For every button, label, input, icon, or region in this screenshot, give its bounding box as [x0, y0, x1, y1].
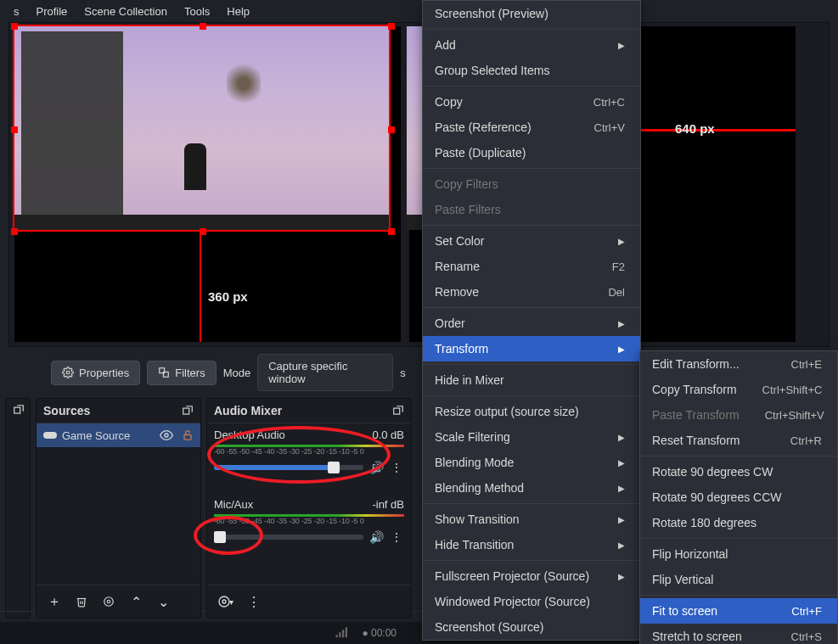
svg-rect-5 — [43, 432, 57, 439]
menu-item[interactable]: Screenshot (Preview) — [423, 1, 640, 26]
menu-item[interactable]: Hide Transition▶ — [423, 532, 640, 557]
menu-item[interactable]: Paste (Reference)Ctrl+V — [423, 115, 640, 140]
menu-item[interactable]: Transform▶ — [423, 336, 640, 361]
menu-item[interactable]: CopyCtrl+C — [423, 89, 640, 115]
menu-item[interactable]: RenameF2 — [423, 254, 640, 279]
advanced-audio-button[interactable]: ▾ — [214, 591, 236, 613]
menu-item-label: Stretch to screen — [652, 630, 742, 643]
filters-button[interactable]: Filters — [147, 361, 216, 385]
menu-item-label: Copy Filters — [435, 177, 498, 191]
menu-item-label: Add — [435, 38, 456, 52]
menu-item[interactable]: Blending Mode▶ — [423, 450, 640, 475]
mode-combo[interactable]: Capture specific window — [257, 354, 393, 391]
dimension-label: 360 px — [208, 289, 248, 304]
game-capture-thumbnail — [14, 26, 391, 230]
add-button[interactable]: ＋ — [43, 591, 65, 613]
menu-item[interactable]: Resize output (source size) — [423, 399, 640, 424]
preview-edit[interactable]: 360 px — [14, 26, 401, 342]
menu-item-label: Screenshot (Source) — [435, 620, 543, 634]
menu-item[interactable]: Show Transition▶ — [423, 507, 640, 532]
menu-item-label: Flip Horizontal — [652, 547, 728, 561]
menu-item[interactable]: Help — [218, 2, 258, 21]
menu-item[interactable]: Fullscreen Projector (Source)▶ — [423, 563, 640, 589]
properties-label: Properties — [79, 367, 129, 379]
menu-item[interactable]: Copy TransformCtrl+Shift+C — [640, 377, 837, 402]
menubar[interactable]: s Profile Scene Collection Tools Help — [0, 0, 838, 22]
audio-mixer-dock[interactable]: Audio Mixer Desktop Audio 0.0 dB -60 -55… — [206, 398, 412, 619]
chevron-right-icon: ▶ — [618, 484, 625, 493]
dots-icon[interactable]: ⋮ — [243, 591, 265, 613]
volume-slider[interactable] — [214, 535, 363, 540]
dots-icon[interactable]: ⋮ — [389, 461, 404, 474]
menu-item[interactable]: Order▶ — [423, 311, 640, 336]
menu-item[interactable]: Rotate 90 degrees CCW — [640, 484, 837, 510]
menu-item[interactable]: s — [5, 2, 28, 21]
menu-item[interactable]: RemoveDel — [423, 279, 640, 305]
bars-icon — [335, 627, 350, 639]
chevron-right-icon: ▶ — [618, 319, 625, 328]
properties-button[interactable]: Properties — [51, 361, 140, 385]
menu-item-label: Fullscreen Projector (Source) — [435, 569, 589, 583]
scenes-dock[interactable]: ⋮ — [5, 398, 31, 619]
menu-item[interactable]: Flip Vertical — [640, 567, 837, 592]
menu-item[interactable]: Set Color▶ — [423, 228, 640, 254]
menu-item[interactable]: Tools — [176, 2, 218, 21]
chevron-right-icon: ▶ — [618, 433, 625, 442]
speaker-icon[interactable]: 🔊 — [368, 461, 384, 474]
move-down-button[interactable]: ⌄ — [152, 591, 174, 613]
menu-item: Copy Filters — [423, 171, 640, 197]
menu-item[interactable]: Hide in Mixer — [423, 367, 640, 393]
menu-item[interactable]: Windowed Projector (Source) — [423, 589, 640, 614]
transform-submenu[interactable]: Edit Transform...Ctrl+ECopy TransformCtr… — [639, 350, 838, 644]
menu-item[interactable]: Paste (Duplicate) — [423, 140, 640, 165]
menu-item[interactable]: Stretch to screenCtrl+S — [640, 624, 837, 644]
slider-thumb[interactable] — [328, 462, 340, 473]
menu-item[interactable]: Fit to screenCtrl+F — [640, 598, 837, 624]
eye-icon[interactable] — [160, 428, 173, 442]
menu-item[interactable]: Add▶ — [423, 32, 640, 58]
guide-line — [200, 233, 201, 342]
menu-item-label: Hide in Mixer — [435, 373, 504, 387]
menu-item[interactable]: Screenshot (Source) — [423, 614, 640, 640]
menu-item[interactable]: Rotate 90 degrees CW — [640, 459, 837, 484]
svg-rect-7 — [184, 434, 191, 440]
chevron-right-icon: ▶ — [618, 515, 625, 524]
track-level: -inf dB — [372, 498, 404, 511]
popout-icon[interactable] — [13, 404, 25, 416]
menu-item[interactable]: Rotate 180 degrees — [640, 510, 837, 535]
context-menu[interactable]: Screenshot (Preview)Add▶Group Selected I… — [422, 0, 641, 641]
menu-item-label: Screenshot (Preview) — [435, 7, 548, 20]
menu-item[interactable]: Scene Collection — [76, 2, 176, 21]
menu-item[interactable]: Group Selected Items — [423, 58, 640, 83]
menu-item[interactable]: Reset TransformCtrl+R — [640, 428, 837, 453]
menu-item[interactable]: Blending Method▶ — [423, 475, 640, 501]
menu-item-label: Remove — [435, 285, 479, 299]
menu-item-label: Rename — [435, 260, 480, 273]
slider-thumb[interactable] — [214, 531, 226, 543]
menu-item[interactable]: Profile — [28, 2, 76, 21]
remove-button[interactable] — [70, 591, 93, 613]
sources-dock[interactable]: Sources Game Source ＋ ⌃ ⌄ — [36, 398, 201, 619]
filters-label: Filters — [175, 367, 205, 379]
move-up-button[interactable]: ⌃ — [125, 591, 147, 613]
menu-item-label: Resize output (source size) — [435, 405, 579, 418]
lock-icon[interactable] — [182, 429, 194, 441]
menu-item[interactable]: Flip Horizontal — [640, 541, 837, 567]
shortcut-label: Ctrl+R — [790, 434, 822, 447]
shortcut-label: F2 — [612, 260, 625, 273]
popout-icon[interactable] — [392, 405, 404, 417]
source-row[interactable]: Game Source — [37, 423, 200, 447]
menu-item-label: Show Transition — [435, 512, 520, 526]
popout-icon[interactable] — [182, 405, 194, 417]
dots-icon[interactable]: ⋮ — [389, 530, 404, 544]
menu-item[interactable]: Edit Transform...Ctrl+E — [640, 351, 837, 377]
source-props-button[interactable] — [98, 591, 120, 613]
chevron-right-icon: ▶ — [618, 41, 625, 50]
menu-item[interactable]: Scale Filtering▶ — [423, 424, 640, 450]
track-name: Desktop Audio — [214, 428, 285, 441]
speaker-icon[interactable]: 🔊 — [368, 530, 384, 544]
menu-item: Paste TransformCtrl+Shift+V — [640, 402, 837, 428]
volume-slider[interactable] — [214, 465, 363, 470]
shortcut-label: Ctrl+E — [791, 358, 822, 371]
track-level: 0.0 dB — [372, 428, 404, 441]
